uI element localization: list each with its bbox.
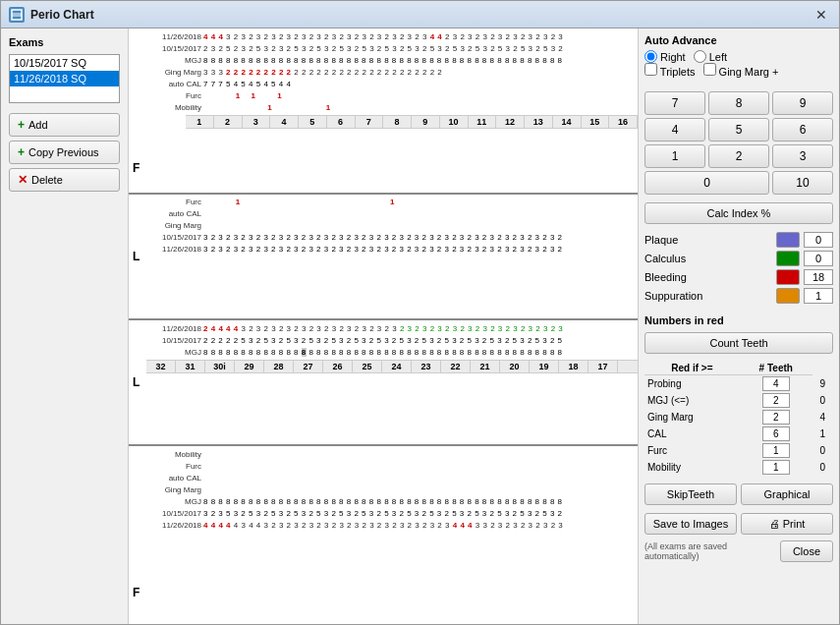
upper-probing-row2: 10/15/2017 2 3 2 5 2 3 2 5 3 2 3 2 5 3 2…: [146, 42, 638, 54]
plaque-color: [776, 232, 800, 248]
chart-area: F 11/26/2018 4 4 4 3 2 3 2 3 2 3 2 3 2 3…: [129, 28, 638, 624]
probing-red-row: Probing 9: [644, 375, 833, 393]
exam-item-2[interactable]: 11/26/2018 SQ: [10, 71, 119, 86]
calculus-color: [776, 251, 800, 266]
lower-l-section: L 11/26/2018 2 4 4 4 4 3 2 3 2 3 2 3 2 3…: [129, 320, 638, 446]
suppuration-value[interactable]: [804, 288, 833, 304]
lower-l-data: 11/26/2018 2 4 4 4 4 3 2 3 2 3 2 3 2 3 2…: [146, 322, 638, 373]
index-list: Plaque Calculus Bleeding Suppuration: [644, 232, 833, 307]
checkbox-row: Triplets Ging Marg +: [644, 63, 833, 78]
calc-index-button[interactable]: Calc Index %: [644, 202, 833, 224]
upper-probing-row1: 11/26/2018 4 4 4 3 2 3 2 3 2 3 2 3 2 3 2…: [146, 30, 638, 42]
count-teeth-button[interactable]: Count Teeth: [644, 332, 833, 354]
left-radio-label[interactable]: Left: [694, 50, 727, 63]
mobility-label: Mobility: [146, 103, 203, 112]
skip-teeth-button[interactable]: SkipTeeth: [644, 483, 737, 505]
delete-button[interactable]: ✕ Delete: [9, 168, 120, 192]
cal-red-value[interactable]: [762, 426, 790, 441]
save-to-images-button[interactable]: Save to Images: [644, 513, 737, 535]
auto-cal-label: auto CAL: [146, 80, 203, 88]
upper-probing-data2: 2 3 2 5 2 3 2 5 3 2 3 2 5 3 2 5 3 2 5 3 …: [203, 44, 638, 53]
right-radio[interactable]: [644, 50, 657, 63]
num-8-button[interactable]: 8: [708, 91, 769, 115]
skip-graphical-row: SkipTeeth Graphical: [644, 483, 833, 505]
left-radio[interactable]: [694, 50, 706, 63]
main-content: Exams 10/15/2017 SQ 11/26/2018 SQ + Add …: [1, 28, 839, 624]
calculus-label: Calculus: [644, 253, 772, 264]
upper-l-section: L Furc 1 1: [129, 195, 638, 320]
num-9-button[interactable]: 9: [772, 91, 833, 115]
exam-item-1[interactable]: 10/15/2017 SQ: [10, 55, 119, 71]
furc-red-value[interactable]: [762, 443, 790, 458]
furc-data-upper: 1 1 1: [203, 91, 638, 100]
lower-f-data: Mobility Furc auto CAL Ging Marg: [146, 448, 638, 531]
mgj-label: MGJ: [146, 56, 203, 65]
plaque-value[interactable]: [804, 232, 833, 248]
lower-f-section: F Mobility Furc auto CAL: [129, 446, 638, 624]
num-1-button[interactable]: 1: [644, 144, 705, 168]
numpad: 7 8 9 4 5 6 1 2 3 0 10: [644, 91, 833, 195]
suppuration-row: Suppuration: [644, 288, 833, 304]
lower-f-mgj: MGJ 8 8 8 8 8 8 8 8 8 8 8 8 8 8 8 8 8 8 …: [146, 495, 638, 507]
right-panel: Auto Advance Right Left Triplets: [638, 28, 839, 624]
sidebar: Exams 10/15/2017 SQ 11/26/2018 SQ + Add …: [1, 28, 129, 624]
close-icon[interactable]: ✕: [812, 5, 831, 25]
num-3-button[interactable]: 3: [772, 144, 833, 168]
date-label-1: 11/26/2018: [146, 32, 203, 41]
mobility-red-row: Mobility 0: [644, 459, 833, 476]
num-10-button[interactable]: 10: [772, 171, 833, 195]
title-bar: Perio Chart ✕: [1, 1, 839, 28]
probing-red-value[interactable]: [762, 376, 790, 391]
copy-label: Copy Previous: [28, 146, 99, 158]
ging-marg-row-upper: Ging Marg 3 3 3 2 2 2 2 2 2 2 2 2 2 2 2 …: [146, 66, 638, 78]
upper-probing-data1: 4 4 4 3 2 3 2 3 2 3 2 3 2 3 2 3 2 3 2 3 …: [203, 32, 638, 41]
plus-icon: +: [18, 118, 25, 132]
furc-red-row: Furc 0: [644, 442, 833, 459]
bleeding-label: Bleeding: [644, 271, 772, 283]
print-button[interactable]: 🖨 Print: [741, 513, 833, 535]
plaque-label: Plaque: [644, 234, 772, 246]
num-5-button[interactable]: 5: [708, 118, 769, 142]
right-radio-label[interactable]: Right: [644, 50, 686, 63]
num-0-button[interactable]: 0: [644, 171, 769, 195]
lower-f-probe2: 11/26/2018 4 4 4 4 4 3 4 4 3 2 3 2 3 2 3…: [146, 519, 638, 531]
bleeding-value[interactable]: [804, 269, 833, 285]
lower-f-furc: Furc: [146, 460, 638, 472]
ging-marg-checkbox-label[interactable]: Ging Marg +: [703, 63, 779, 78]
mgj-red-row: MGJ (<=) 0: [644, 392, 833, 409]
l-label-lower: L: [133, 375, 140, 389]
lower-l-probing1: 11/26/2018 2 4 4 4 4 3 2 3 2 3 2 3 2 3 2…: [146, 322, 638, 334]
plus-icon-2: +: [18, 145, 25, 159]
close-button[interactable]: Close: [780, 540, 833, 562]
copy-previous-button[interactable]: + Copy Previous: [9, 141, 120, 164]
mgj-row: MGJ 8 8 8 8 8 8 8 8 8 8 8 8 8 8 8 8 8 8 …: [146, 54, 638, 66]
calculus-value[interactable]: [804, 251, 833, 266]
calculus-row: Calculus: [644, 251, 833, 266]
auto-cal-row-upper: auto CAL 7 7 7 5 4 5 4 5 4 5 4 4: [146, 78, 638, 89]
date-label-2: 10/15/2017: [146, 44, 203, 53]
triplets-checkbox[interactable]: [644, 63, 657, 76]
mgj-red-value[interactable]: [762, 393, 790, 408]
l-auto-cal-row: auto CAL: [146, 208, 638, 220]
gingmarg-red-value[interactable]: [762, 410, 790, 425]
bleeding-color: [776, 269, 800, 285]
svg-rect-0: [12, 10, 22, 20]
bottom-row: (All exams are saved automatically) Clos…: [644, 540, 833, 562]
add-button[interactable]: + Add: [9, 113, 120, 137]
mobility-row-upper: Mobility 1 1: [146, 101, 638, 113]
numbers-in-red-label: Numbers in red: [644, 314, 833, 326]
mobility-red-value[interactable]: [762, 460, 790, 475]
suppuration-label: Suppuration: [644, 290, 772, 302]
num-4-button[interactable]: 4: [644, 118, 705, 142]
upper-f-section: F 11/26/2018 4 4 4 3 2 3 2 3 2 3 2 3 2 3…: [129, 28, 638, 195]
num-2-button[interactable]: 2: [708, 144, 769, 168]
lower-f-mobility: Mobility: [146, 448, 638, 460]
ging-marg-checkbox[interactable]: [703, 63, 716, 76]
save-print-row: Save to Images 🖨 Print: [644, 513, 833, 535]
triplets-checkbox-label[interactable]: Triplets: [644, 63, 696, 78]
lower-f-probe1: 10/15/2017 3 2 3 5 3 2 5 3 2 5 3 2 5 3 2…: [146, 507, 638, 519]
graphical-button[interactable]: Graphical: [741, 483, 833, 505]
main-window: Perio Chart ✕ Exams 10/15/2017 SQ 11/26/…: [0, 0, 840, 625]
num-7-button[interactable]: 7: [644, 91, 705, 115]
num-6-button[interactable]: 6: [772, 118, 833, 142]
